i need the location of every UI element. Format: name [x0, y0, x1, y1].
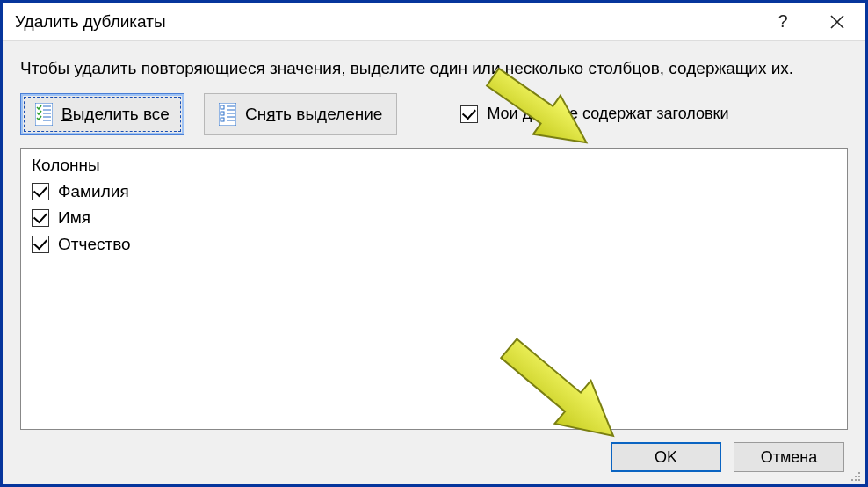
close-button[interactable]	[809, 3, 865, 41]
headers-checkbox[interactable]	[460, 105, 478, 123]
unselect-all-icon	[219, 103, 236, 126]
cancel-button[interactable]: Отмена	[734, 442, 844, 472]
ok-button[interactable]: OK	[611, 442, 721, 472]
dialog-title: Удалить дубликаты	[15, 12, 756, 32]
svg-point-19	[855, 479, 857, 481]
unselect-all-button[interactable]: Снять выделение	[204, 93, 398, 135]
columns-header: Колонны	[30, 154, 838, 178]
column-item[interactable]: Фамилия	[30, 178, 838, 205]
unselect-all-label: Снять выделение	[245, 105, 383, 124]
column-item[interactable]: Имя	[30, 205, 838, 231]
column-checkbox[interactable]	[32, 236, 49, 253]
svg-point-20	[858, 479, 860, 481]
remove-duplicates-dialog: Удалить дубликаты ? Чтобы удалить повтор…	[0, 0, 868, 487]
instruction-text: Чтобы удалить повторяющиеся значения, вы…	[20, 57, 848, 81]
svg-point-15	[858, 472, 860, 474]
column-checkbox[interactable]	[32, 209, 49, 227]
close-icon	[829, 14, 845, 30]
resize-grip-icon[interactable]	[848, 469, 862, 483]
column-label: Фамилия	[58, 182, 129, 201]
dialog-footer: OK Отмена	[3, 430, 865, 484]
headers-checkbox-wrap[interactable]: Мои данные содержат заголовки	[460, 105, 728, 123]
titlebar: Удалить дубликаты ?	[3, 3, 865, 41]
columns-listbox[interactable]: Колонны Фамилия Имя Отчество	[20, 148, 848, 430]
dialog-content: Чтобы удалить повторяющиеся значения, вы…	[3, 41, 865, 430]
svg-point-18	[851, 479, 853, 481]
toolbar-row: Выделить все Снять выделение	[20, 93, 848, 135]
select-all-icon	[35, 103, 53, 126]
svg-point-17	[858, 476, 860, 477]
column-label: Имя	[58, 208, 90, 228]
select-all-label: Выделить все	[61, 105, 170, 124]
column-checkbox[interactable]	[32, 183, 49, 200]
column-item[interactable]: Отчество	[30, 231, 838, 258]
column-label: Отчество	[58, 235, 131, 254]
help-button[interactable]: ?	[756, 3, 809, 41]
headers-checkbox-label: Мои данные содержат заголовки	[487, 105, 728, 123]
select-all-button[interactable]: Выделить все	[20, 93, 184, 135]
svg-point-16	[855, 476, 857, 477]
